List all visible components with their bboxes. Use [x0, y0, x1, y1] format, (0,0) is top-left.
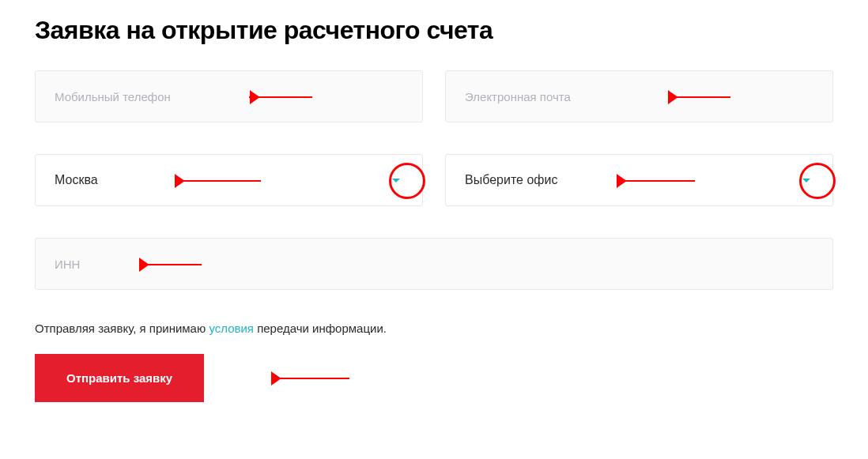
inn-field-wrap[interactable] [35, 238, 833, 290]
submit-button[interactable]: Отправить заявку [35, 354, 204, 402]
consent-text: Отправляя заявку, я принимаю условия пер… [35, 322, 833, 335]
city-select-value: Москва [55, 173, 392, 187]
email-field-wrap[interactable] [445, 70, 833, 122]
city-select[interactable]: Москва [35, 154, 423, 206]
consent-suffix: передачи информации. [254, 322, 387, 335]
page-title: Заявка на открытие расчетного счета [35, 16, 833, 45]
office-select-value: Выберите офис [465, 173, 802, 187]
inn-input[interactable] [55, 258, 813, 271]
chevron-down-icon [392, 179, 400, 182]
consent-prefix: Отправляя заявку, я принимаю [35, 322, 209, 335]
phone-input[interactable] [55, 90, 403, 103]
consent-link[interactable]: условия [209, 322, 254, 335]
email-input[interactable] [465, 90, 813, 103]
chevron-down-icon [802, 179, 810, 182]
annotation-arrow [270, 371, 349, 386]
phone-field-wrap[interactable] [35, 70, 423, 122]
office-select[interactable]: Выберите офис [445, 154, 833, 206]
